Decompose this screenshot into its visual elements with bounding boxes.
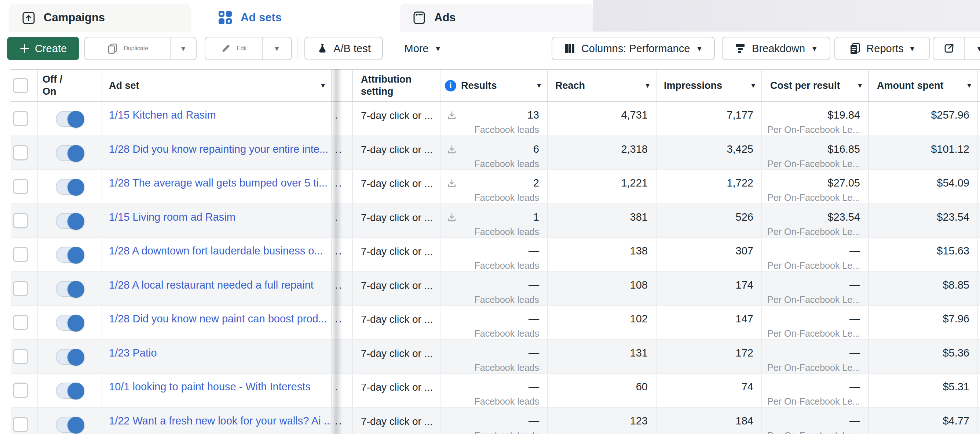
row-checkbox[interactable] — [13, 145, 28, 160]
more-button[interactable]: More ▼ — [398, 37, 447, 60]
columns-button[interactable]: Columns: Performance ▼ — [552, 37, 715, 60]
ab-test-button[interactable]: A/B test — [304, 37, 383, 60]
adset-name-link[interactable]: 1/28 A local restaurant needed a full re… — [102, 272, 331, 292]
adset-name-cell: 1/28 Did you know new paint can boost pr… — [102, 306, 332, 339]
tab-campaigns[interactable]: Campaigns — [9, 4, 191, 32]
sort-arrow-icon[interactable]: ▼ — [750, 81, 757, 89]
sort-arrow-icon[interactable]: ▼ — [536, 81, 542, 89]
table-row: 1/15 Kitchen ad Rasim.7-day click or ...… — [11, 102, 980, 136]
reach-cell: 108 — [548, 272, 657, 305]
cost-per-result-cell: $16.85Per On-Facebook Le... — [762, 136, 869, 170]
adset-name-cell: 1/15 Living room ad Rasim — [102, 204, 332, 238]
download-results-icon[interactable] — [446, 178, 457, 189]
download-results-icon[interactable] — [446, 212, 457, 223]
row-select-cell — [11, 238, 38, 271]
results-cell: 13Facebook leads — [441, 102, 548, 136]
duplicate-dropdown-button[interactable]: ▼ — [170, 37, 196, 59]
amount-spent-cell: $54.09 — [869, 170, 978, 203]
duplicate-button[interactable]: Duplicate — [85, 37, 170, 59]
tab-ad-sets[interactable]: Ad sets — [205, 4, 394, 32]
table-row: 1/28 Did you know new paint can boost pr… — [11, 306, 980, 340]
row-checkbox[interactable] — [13, 281, 28, 296]
adset-toggle-on[interactable] — [56, 145, 84, 161]
adset-toggle-on[interactable] — [56, 247, 84, 263]
header-ad-set[interactable]: Ad set ▼ — [102, 70, 332, 101]
row-checkbox[interactable] — [13, 111, 28, 126]
impressions-cell: 526 — [657, 204, 762, 238]
adset-toggle-on[interactable] — [56, 417, 84, 433]
toggle-knob — [67, 281, 84, 298]
adset-name-link[interactable]: 1/28 Did you know new paint can boost pr… — [102, 306, 331, 326]
header-cost-per-result[interactable]: Cost per result ▼ — [762, 70, 869, 101]
adset-toggle-on[interactable] — [56, 315, 84, 331]
info-icon[interactable]: i — [445, 80, 456, 91]
next-column-sliver — [978, 408, 980, 434]
adset-toggle-on[interactable] — [56, 349, 84, 365]
adset-name-link[interactable]: 1/15 Kitchen ad Rasim — [102, 102, 331, 122]
amount-spent-cell: $7.96 — [869, 306, 978, 339]
adset-name-link[interactable]: 1/15 Living room ad Rasim — [102, 204, 331, 224]
adset-name-link[interactable]: 1/28 The average wall gets bumped over 5… — [102, 170, 331, 190]
header-impressions[interactable]: Impressions ▼ — [657, 70, 762, 101]
adset-name-link[interactable]: 1/23 Patio — [102, 340, 331, 360]
toggle-knob — [67, 383, 84, 399]
header-results[interactable]: i Results ▼ — [441, 70, 548, 101]
next-column-sliver — [978, 136, 980, 170]
sort-arrow-icon[interactable]: ▼ — [644, 81, 651, 89]
toggle-knob — [67, 247, 84, 263]
row-checkbox[interactable] — [13, 383, 28, 398]
attribution-cell: 7-day click or ... — [353, 306, 441, 339]
attribution-cell: 7-day click or ... — [353, 340, 441, 373]
row-checkbox[interactable] — [13, 213, 28, 228]
duplicate-button-group: Duplicate ▼ — [84, 37, 197, 60]
edit-dropdown-button[interactable]: ▼ — [262, 37, 291, 59]
row-checkbox[interactable] — [13, 247, 28, 262]
adset-toggle-on[interactable] — [56, 281, 84, 297]
download-results-icon[interactable] — [446, 110, 457, 121]
create-button[interactable]: Create — [7, 37, 79, 60]
adset-name-link[interactable]: 1/28 A downtown fort lauderdale business… — [102, 238, 331, 258]
header-reach[interactable]: Reach ▼ — [548, 70, 657, 101]
adset-toggle-on[interactable] — [56, 213, 84, 229]
adset-name-link[interactable]: 1/22 Want a fresh new look for your wall… — [102, 408, 331, 428]
reports-label: Reports — [866, 43, 904, 55]
row-checkbox[interactable] — [13, 179, 28, 194]
pinned-column-scroll-divider[interactable] — [331, 69, 342, 434]
table-row: 1/28 A downtown fort lauderdale business… — [11, 238, 980, 272]
adset-toggle-on[interactable] — [56, 383, 84, 399]
impressions-cell: 74 — [657, 374, 762, 407]
tab-ads-label: Ads — [434, 11, 456, 24]
select-all-checkbox[interactable] — [13, 78, 28, 93]
cost-per-result-cell: —Per On-Facebook Le... — [762, 374, 869, 407]
adset-name-link[interactable]: 10/1 looking to paint house - With Inter… — [102, 374, 331, 394]
sort-arrow-icon[interactable]: ▼ — [856, 81, 863, 89]
export-button[interactable] — [934, 37, 964, 59]
toggle-knob — [67, 145, 84, 162]
row-checkbox[interactable] — [13, 417, 28, 432]
breakdown-button[interactable]: Breakdown ▼ — [722, 37, 830, 60]
toolbar-divider — [297, 38, 298, 59]
row-checkbox[interactable] — [13, 349, 28, 364]
header-amount-spent[interactable]: Amount spent ▼ — [869, 70, 978, 101]
tab-ads[interactable]: Ads — [400, 4, 593, 32]
chevron-down-icon: ▼ — [909, 45, 916, 52]
export-dropdown-button[interactable]: ▼ — [965, 37, 980, 59]
sort-arrow-icon[interactable]: ▼ — [966, 81, 973, 89]
row-select-cell — [11, 306, 38, 339]
adset-name-cell: 1/15 Kitchen ad Rasim — [102, 102, 332, 136]
row-checkbox[interactable] — [13, 315, 28, 330]
edit-button[interactable]: Edit — [205, 37, 262, 59]
results-cell: —Facebook leads — [441, 272, 548, 305]
cost-per-result-cell: —Per On-Facebook Le... — [762, 272, 869, 305]
toggle-knob — [67, 213, 84, 230]
adset-toggle-on[interactable] — [56, 179, 84, 195]
reach-cell: 381 — [548, 204, 657, 238]
sort-arrow-icon[interactable]: ▼ — [320, 81, 326, 89]
reports-button[interactable]: Reports ▼ — [834, 37, 930, 60]
impressions-cell: 147 — [657, 306, 762, 339]
adset-toggle-on[interactable] — [56, 111, 84, 127]
adset-name-link[interactable]: 1/28 Did you know repainting your entire… — [102, 136, 331, 156]
download-results-icon[interactable] — [446, 144, 457, 155]
impressions-cell: 1,722 — [657, 170, 762, 203]
flask-icon — [317, 43, 328, 54]
